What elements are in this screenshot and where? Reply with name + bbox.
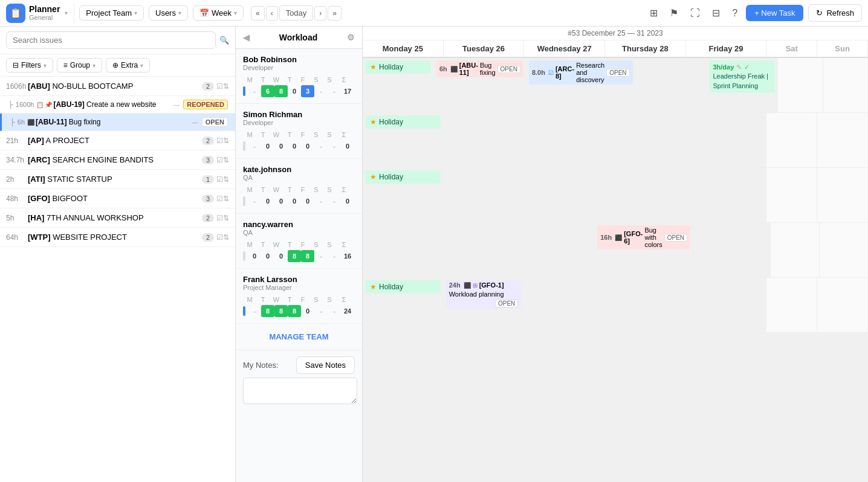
check-icon: ☑ [216,214,223,222]
left-sidebar: 🔍 ⊟ Filters ▾ ≡ Group ▾ ⊕ Extra ▾ 1606h [0,27,236,482]
project-count: 3 [202,194,214,203]
week-dropdown[interactable]: 📅 Week ▾ [193,5,244,21]
fullscreen-button[interactable]: ⛶ [687,4,704,22]
save-notes-button[interactable]: Save Notes [296,356,355,374]
project-name: [ARC] SEARCH ENGINE BANDITS [28,155,202,164]
app-title: Planner [29,4,60,14]
sort-icon: ⇅ [223,137,229,145]
last-page-button[interactable]: » [328,6,342,21]
task-chip[interactable]: 8.0h ☑ [ARC-8] Research and discovery OP… [529,60,633,85]
project-hours: 64h [6,233,28,242]
user-role: Developer [243,119,355,126]
user-role: Project Manager [243,284,355,291]
refresh-icon: ↻ [816,8,823,18]
help-button[interactable]: ? [728,4,741,22]
list-item[interactable]: 64h [WTP] WEBSITE PROJECT 2 ☑ ⇅ [0,228,235,247]
list-item[interactable]: ├ 6h ⬛ [ABU-11] Bug fixing — OPEN [0,114,235,131]
cal-cell-frank-fri [686,278,767,332]
filter-icon-button[interactable]: ⊟ [708,4,724,22]
status-badge: OPEN [497,65,520,73]
task-chip[interactable]: 6h ⬛ [ABU-11] Bug fixing OPEN [436,60,523,77]
list-item[interactable]: ├ 1600h 📋 📌 [ABU-19] Create a new websit… [0,96,235,114]
calendar-body: ★ Holiday 6h ⬛ [ABU-11] Bug fixing OPEN [363,58,868,482]
collapse-icon[interactable]: ◀ [243,33,250,42]
cal-cell-frank-thu [605,278,686,332]
day-header-wed: Wednesday 27 [524,40,605,57]
list-item[interactable]: 21h [AP] A PROJECT 2 ☑ ⇅ [0,131,235,150]
group-button[interactable]: ≡ Group ▾ [57,58,102,72]
notes-textarea[interactable] [243,378,357,404]
star-icon: ★ [370,118,377,126]
first-page-button[interactable]: « [251,6,265,21]
prev-button[interactable]: ‹ [266,6,278,21]
project-team-dropdown[interactable]: Project Team ▾ [79,5,144,21]
chevron-down-icon: ▾ [140,62,143,69]
new-task-button[interactable]: + New Task [746,5,803,21]
calendar-row-frank: ★ Holiday 24h ⬛ ⊞ [GFO-1] Workload plann… [363,278,868,333]
workload-grid: MTWTFSSΣ - 0 0 0 0 - - 0 [243,131,355,152]
workload-grid: MTWTFSSΣ 0 0 0 8 8 - - 16 [243,241,355,262]
check-icon: ☑ [216,156,223,164]
day-header-sun: Sun [817,40,868,57]
task-chip[interactable]: 24h ⬛ ⊞ [GFO-1] Workload planning OPEN [446,280,522,309]
leadership-chip[interactable]: 3h/day ✎ ✓ Leadership Freak |Sprint Plan… [709,60,775,93]
indent-icon: ├ [8,101,13,108]
holiday-chip: ★ Holiday [365,170,441,184]
chevron-down-icon: ▾ [234,10,237,16]
filter-icon: ⊟ [13,61,19,69]
app-chevron-icon[interactable]: ▾ [65,10,68,16]
list-item[interactable]: 2h [ATI] STATIC STARTUP 1 ☑ ⇅ [0,170,235,189]
task-type-icon: 📋 [36,101,44,108]
chevron-down-icon: ▾ [44,62,47,69]
week-title: #53 December 25 — 31 2023 [363,27,868,40]
today-button[interactable]: Today [279,5,314,21]
project-hours: 5h [6,214,28,222]
manage-team-link[interactable]: MANAGE TEAM [236,324,362,350]
cal-cell-bob-mon: ★ Holiday [363,58,434,112]
star-icon: ★ [370,283,377,291]
settings-icon[interactable]: ⚙ [347,33,355,42]
project-count: 1 [202,175,214,184]
project-name: [AP] A PROJECT [28,136,202,145]
extra-button[interactable]: ⊕ Extra ▾ [106,58,150,72]
cal-cell-simon-mon: ★ Holiday [363,113,444,167]
project-name: [ATI] STATIC STARTUP [28,175,202,184]
cal-cell-bob-fri: 3h/day ✎ ✓ Leadership Freak |Sprint Plan… [707,58,778,112]
cal-cell-kate-sat [766,168,817,222]
list-item[interactable]: 5h [HA] 7TH ANNUAL WORKSHOP 2 ☑ ⇅ [0,208,235,228]
check-icon: ☑ [216,194,223,203]
project-hours: 48h [6,194,28,203]
workload-title: Workload [279,33,318,42]
list-item[interactable]: 1606h [ABU] NO-BULL BOOTCAMP 2 ☑ ⇅ [0,77,235,96]
status-badge: REOPENED [183,100,228,109]
user-role: QA [243,229,355,236]
refresh-button[interactable]: ↻ Refresh [808,4,862,22]
cal-cell-kate-sun [817,168,868,222]
filters-button[interactable]: ⊟ Filters ▾ [6,58,53,72]
cal-cell-nancy-fri [693,223,771,277]
flag-button[interactable]: ⚑ [666,4,682,22]
cal-cell-nancy-thu: 16h ⬛ [GFO-6] Bug with colors OPEN [595,223,693,277]
screen-capture-button[interactable]: ⊞ [646,4,661,22]
project-name: [GFO] BIGFOOT [28,194,202,203]
next-button[interactable]: › [314,6,326,21]
notes-section: My Notes: Save Notes [236,350,362,412]
week-navigation: « ‹ Today › » [251,5,342,21]
task-chip[interactable]: 16h ⬛ [GFO-6] Bug with colors OPEN [597,225,690,249]
list-item[interactable]: 34.7h [ARC] SEARCH ENGINE BANDITS 3 ☑ ⇅ [0,150,235,170]
calendar-row-simon: ★ Holiday [363,113,868,168]
users-dropdown[interactable]: Users ▾ [149,5,188,21]
cal-cell-simon-thu [605,113,686,167]
status-badge: OPEN [495,300,518,307]
day-header-sat: Sat [766,40,817,57]
check-icon: ☑ [216,233,223,242]
list-item[interactable]: 48h [GFO] BIGFOOT 3 ☑ ⇅ [0,189,235,208]
workload-header: ◀ Workload ⚙ [236,27,362,49]
main-layout: 🔍 ⊟ Filters ▾ ≡ Group ▾ ⊕ Extra ▾ 1606h [0,27,868,482]
project-list: 1606h [ABU] NO-BULL BOOTCAMP 2 ☑ ⇅ ├ 160… [0,77,235,482]
search-input[interactable] [6,31,216,49]
cal-cell-simon-sat [766,113,817,167]
user-name: Bob Robinson [243,55,355,64]
holiday-chip: ★ Holiday [365,280,441,294]
dots-icon: ⊕ [112,61,118,69]
